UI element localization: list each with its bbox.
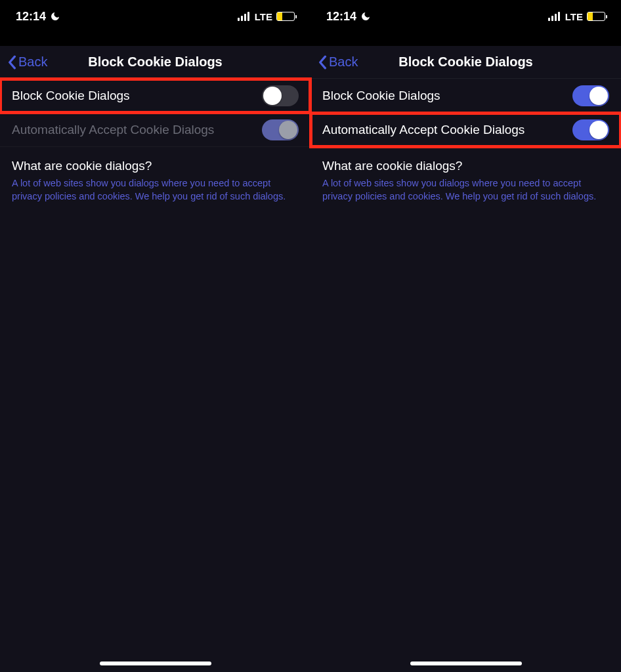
info-section: What are cookie dialogs? A lot of web si… — [310, 147, 621, 203]
home-indicator — [100, 662, 211, 665]
info-body: A lot of web sites show you dialogs wher… — [12, 177, 299, 203]
network-label: LTE — [255, 11, 272, 22]
sheet-gap — [310, 33, 621, 46]
nav-bar: Back Block Cookie Dialogs — [310, 46, 621, 79]
sheet-gap — [0, 33, 310, 46]
toggle-block-cookie-dialogs[interactable] — [262, 85, 299, 106]
svg-rect-4 — [548, 18, 550, 21]
battery-icon — [276, 12, 295, 21]
screen-right: 12:14 LTE Back Block Cookie Dialogs — [310, 0, 621, 672]
row-label: Automatically Accept Cookie Dialogs — [12, 123, 214, 137]
chevron-left-icon — [7, 55, 17, 70]
svg-rect-1 — [241, 16, 243, 21]
status-time: 12:14 — [326, 10, 356, 24]
svg-rect-2 — [244, 14, 246, 21]
row-auto-accept[interactable]: Automatically Accept Cookie Dialogs — [310, 113, 621, 147]
battery-icon — [587, 12, 605, 21]
svg-rect-6 — [555, 14, 557, 21]
row-label: Block Cookie Dialogs — [12, 89, 130, 103]
chevron-left-icon — [317, 55, 328, 70]
back-label: Back — [18, 54, 47, 70]
home-indicator — [410, 662, 522, 665]
info-heading: What are cookie dialogs? — [322, 159, 609, 173]
toggle-auto-accept — [262, 119, 299, 140]
do-not-disturb-moon-icon — [50, 11, 60, 22]
status-time: 12:14 — [16, 10, 46, 24]
info-heading: What are cookie dialogs? — [12, 159, 299, 173]
do-not-disturb-moon-icon — [360, 11, 371, 22]
network-label: LTE — [565, 11, 583, 22]
row-auto-accept: Automatically Accept Cookie Dialogs — [0, 113, 310, 147]
back-button[interactable]: Back — [0, 54, 47, 70]
svg-rect-3 — [247, 12, 249, 21]
screen-left: 12:14 LTE Back Block Cookie Dialogs — [0, 0, 310, 672]
row-label: Block Cookie Dialogs — [322, 89, 440, 103]
svg-rect-7 — [558, 12, 560, 21]
cellular-signal-icon — [548, 12, 561, 21]
back-label: Back — [329, 54, 358, 70]
cellular-signal-icon — [238, 12, 251, 21]
row-block-cookie-dialogs[interactable]: Block Cookie Dialogs — [310, 79, 621, 113]
row-label: Automatically Accept Cookie Dialogs — [322, 123, 525, 137]
status-bar: 12:14 LTE — [310, 0, 621, 33]
svg-rect-5 — [551, 16, 553, 21]
toggle-auto-accept[interactable] — [572, 119, 609, 140]
info-body: A lot of web sites show you dialogs wher… — [322, 177, 609, 203]
row-block-cookie-dialogs[interactable]: Block Cookie Dialogs — [0, 79, 310, 113]
status-bar: 12:14 LTE — [0, 0, 310, 33]
info-section: What are cookie dialogs? A lot of web si… — [0, 147, 310, 203]
svg-rect-0 — [238, 18, 240, 21]
toggle-block-cookie-dialogs[interactable] — [572, 85, 609, 106]
nav-bar: Back Block Cookie Dialogs — [0, 46, 310, 79]
back-button[interactable]: Back — [310, 54, 358, 70]
